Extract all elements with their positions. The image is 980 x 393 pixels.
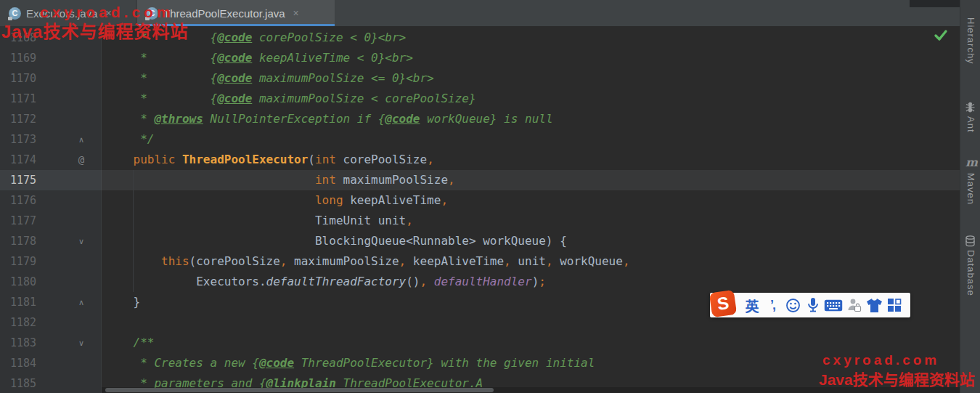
code-text[interactable]: BlockingQueue<Runnable> workQueue) { [105, 231, 567, 251]
line-number: 1173 [10, 129, 54, 150]
code-line-1173: 1173∧ */ [0, 129, 960, 150]
class-file-icon: C [146, 7, 158, 20]
code-line-1179: 1179 this(corePoolSize, maximumPoolSize,… [0, 251, 960, 272]
tab-label: Executors.java [26, 7, 97, 20]
code-text[interactable]: TimeUnit unit, [105, 211, 413, 231]
ime-punctuation-toggle[interactable]: ’, [762, 298, 783, 313]
code-line-1177: 1177 TimeUnit unit, [0, 211, 960, 231]
close-icon[interactable]: × [105, 7, 111, 19]
line-number: 1181 [10, 292, 54, 312]
ime-toolbar: S 英 ’, [710, 292, 910, 318]
line-number: 1182 [10, 312, 54, 333]
editor-tab-bar: C Executors.java × C ThreadPoolExecutor.… [0, 0, 960, 26]
horizontal-scrollbar-thumb[interactable] [105, 388, 494, 392]
code-line-1174: 1174@ public ThreadPoolExecutor(int core… [0, 150, 960, 170]
line-number: 1184 [10, 353, 54, 373]
code-lines: 1168 * {@code corePoolSize < 0}<br>1169 … [0, 28, 960, 393]
sidebar-item-hierarchy[interactable]: Hierarchy [965, 17, 976, 65]
code-line-1176: 1176 long keepAliveTime, [0, 190, 960, 211]
keyboard-icon[interactable] [823, 299, 844, 312]
code-text[interactable]: /** [105, 333, 154, 353]
inspection-ok-checkmark-icon[interactable] [934, 29, 948, 42]
ide-window: C Executors.java × C ThreadPoolExecutor.… [0, 0, 980, 393]
code-text[interactable]: * @throws NullPointerException if {@code… [105, 109, 553, 129]
code-text[interactable]: * Creates a new {@code ThreadPoolExecuto… [105, 353, 595, 373]
sogou-logo-icon[interactable]: S [710, 293, 742, 317]
line-number: 1183 [10, 333, 54, 353]
line-number: 1179 [10, 251, 54, 272]
code-text[interactable]: */ [105, 129, 154, 150]
toolbox-grid-icon[interactable] [884, 298, 905, 312]
line-number: 1185 [10, 373, 54, 393]
code-line-1168: 1168 * {@code corePoolSize < 0}<br> [0, 28, 960, 48]
code-text[interactable]: } [105, 292, 140, 312]
code-text[interactable]: public ThreadPoolExecutor(int corePoolSi… [105, 150, 434, 170]
line-number: 1180 [10, 272, 54, 292]
code-line-1175: 1175 int maximumPoolSize, [0, 170, 960, 190]
line-number: 1177 [10, 211, 54, 231]
line-number: 1175 [10, 170, 54, 190]
code-line-1172: 1172 * @throws NullPointerException if {… [0, 109, 960, 129]
line-number: 1174 [10, 150, 54, 170]
tool-window-bar: Hierarchy Ant m Maven Database [960, 0, 980, 393]
sidebar-item-database[interactable]: Database [965, 250, 976, 296]
line-number: 1169 [10, 48, 54, 68]
emoji-icon[interactable] [783, 298, 803, 313]
line-number: 1172 [10, 109, 54, 129]
code-text[interactable]: * {@code keepAliveTime < 0}<br> [105, 48, 413, 68]
code-editor[interactable]: 1168 * {@code corePoolSize < 0}<br>1169 … [0, 26, 960, 393]
microphone-icon[interactable] [803, 297, 823, 313]
code-line-1171: 1171 * {@code maximumPoolSize < corePool… [0, 89, 960, 109]
database-icon[interactable] [965, 235, 976, 247]
line-number: 1176 [10, 190, 54, 211]
ime-language-mode-toggle[interactable]: 英 [742, 296, 762, 315]
sidebar-item-ant[interactable]: Ant [965, 116, 976, 133]
sidebar-item-maven[interactable]: Maven [965, 173, 976, 205]
code-text[interactable]: int maximumPoolSize, [105, 170, 455, 190]
fold-marker-icon[interactable]: ∨ [73, 333, 90, 353]
maven-icon[interactable]: m [965, 155, 978, 169]
tab-label: ThreadPoolExecutor.java [163, 7, 285, 20]
skin-shirt-icon[interactable] [864, 298, 884, 313]
class-file-icon: C [9, 7, 21, 20]
line-number: 1170 [10, 68, 54, 89]
code-text[interactable]: * {@code maximumPoolSize < corePoolSize} [105, 89, 476, 109]
line-number: 1168 [10, 28, 54, 48]
line-number: 1171 [10, 89, 54, 109]
line-number: 1178 [10, 231, 54, 251]
code-text[interactable]: Executors.defaultThreadFactory(), defaul… [105, 272, 546, 292]
code-line-1180: 1180 Executors.defaultThreadFactory(), d… [0, 272, 960, 292]
close-icon[interactable]: × [293, 7, 299, 19]
code-line-1184: 1184 * Creates a new {@code ThreadPoolEx… [0, 353, 960, 373]
fold-marker-icon[interactable]: ∨ [73, 231, 90, 251]
fold-marker-icon[interactable]: ∧ [73, 129, 90, 150]
code-text[interactable]: this(corePoolSize, maximumPoolSize, keep… [105, 251, 630, 272]
ime-toolbar-bar: S 英 ’, [710, 293, 910, 317]
code-text[interactable]: * {@code corePoolSize < 0}<br> [105, 28, 406, 48]
code-text[interactable]: long keepAliveTime, [105, 190, 448, 211]
code-line-1169: 1169 * {@code keepAliveTime < 0}<br> [0, 48, 960, 68]
fold-marker-icon[interactable]: ∧ [73, 292, 90, 312]
code-line-1170: 1170 * {@code maximumPoolSize <= 0}<br> [0, 68, 960, 89]
tab-threadpoolexecutor-java[interactable]: C ThreadPoolExecutor.java × [137, 0, 335, 26]
code-text[interactable]: * {@code maximumPoolSize <= 0}<br> [105, 68, 434, 89]
ant-icon[interactable] [965, 102, 976, 113]
code-line-1178: 1178∨ BlockingQueue<Runnable> workQueue)… [0, 231, 960, 251]
tab-executors-java[interactable]: C Executors.java × [0, 0, 136, 26]
code-line-1183: 1183∨ /** [0, 333, 960, 353]
account-lock-icon[interactable] [844, 297, 864, 313]
annotation-marker-icon: @ [73, 150, 90, 170]
